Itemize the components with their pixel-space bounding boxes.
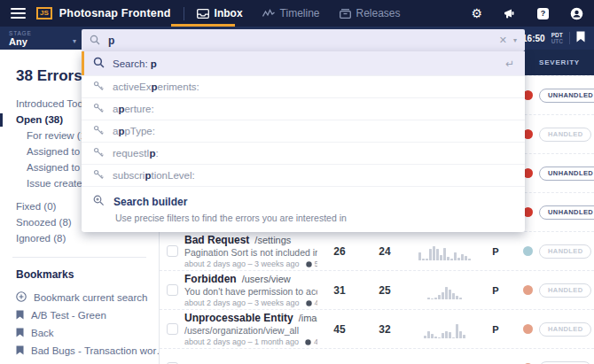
events-count: 26 — [317, 245, 362, 258]
search-builder-title: Search builder — [113, 196, 187, 208]
trend-histogram — [408, 321, 482, 338]
comment-icon — [306, 261, 312, 267]
timezone-toggle[interactable]: PDT UTC — [551, 32, 563, 44]
bookmark-item[interactable]: Bad Bugs - Transaction wor… — [0, 342, 159, 360]
error-row[interactable]: Bad Request /settings Pagination Sort is… — [160, 231, 594, 270]
stage-badge: P — [482, 324, 509, 335]
app-logo: JS — [36, 7, 52, 19]
search-suggestion-selected[interactable]: Search: p ↵ — [82, 51, 525, 75]
users-count: 24 — [362, 245, 408, 258]
error-subtitle: /users/organization/view_all — [184, 325, 317, 336]
search-builder-icon — [93, 194, 105, 210]
tab-inbox[interactable]: Inbox — [197, 7, 243, 19]
search-suggestion-field[interactable]: aperture: — [82, 97, 525, 120]
error-title[interactable]: Bad Request — [184, 234, 249, 246]
bookmark-item[interactable]: Back — [0, 324, 159, 342]
error-subtitle: Pagination Sort is not included in the … — [184, 247, 317, 258]
settings-gear-icon[interactable]: ⚙ — [471, 7, 482, 19]
tab-releases-label: Releases — [356, 7, 401, 19]
error-row[interactable]: Unprocessable Entity /image/… /users/org… — [160, 309, 594, 348]
severity-badge: HANDLED — [539, 322, 591, 337]
bookmark-icon[interactable] — [576, 30, 585, 46]
trend-histogram — [408, 243, 482, 260]
timeline-icon — [262, 9, 275, 18]
help-icon[interactable]: ? — [537, 8, 549, 19]
stage-badge: P — [482, 246, 509, 257]
search-input[interactable] — [106, 34, 493, 48]
row-checkbox[interactable] — [167, 245, 178, 257]
users-count: 25 — [362, 284, 408, 297]
row-checkbox[interactable] — [167, 284, 178, 296]
stage-select[interactable]: STAGE Any ▾ — [0, 30, 85, 47]
search-builder-item[interactable]: Search builder Use precise filters to fi… — [82, 186, 525, 232]
comment-icon — [306, 300, 312, 306]
bookmark-icon — [16, 345, 24, 357]
tab-timeline-label: Timeline — [280, 7, 320, 19]
comments-count: 4 com… — [315, 298, 317, 307]
search-builder-subtitle: Use precise filters to find the errors y… — [115, 213, 514, 223]
severity-dot — [523, 246, 533, 256]
app-title: Photosnap Frontend — [59, 7, 171, 19]
severity-badge: HANDLED — [539, 283, 591, 298]
stage-label: STAGE — [9, 30, 76, 36]
severity-badge: UNHANDLED — [539, 167, 594, 181]
bookmark-current-search-button[interactable]: Bookmark current search — [0, 288, 159, 306]
stage-value: Any — [9, 36, 27, 47]
severity-dot — [523, 285, 533, 295]
error-path: /settings — [254, 235, 291, 245]
releases-icon — [340, 9, 351, 19]
severity-badge: HANDLED — [539, 244, 591, 259]
tab-inbox-label: Inbox — [215, 7, 243, 19]
error-path: /users/view — [242, 274, 291, 284]
events-count: 45 — [317, 323, 362, 336]
chevron-down-icon[interactable]: ▾ — [513, 36, 517, 44]
chevron-down-icon: ▾ — [73, 37, 76, 45]
bookmark-icon — [16, 328, 24, 339]
bookmark-icon — [16, 310, 24, 321]
sidebar-item-ignored[interactable]: Ignored (8) — [0, 230, 159, 246]
search-icon — [93, 56, 105, 72]
comment-icon — [305, 339, 311, 345]
row-checkbox[interactable] — [167, 323, 178, 335]
error-meta: about 2 days ago – 3 weeks ago 4 com… — [184, 298, 317, 307]
key-icon — [93, 123, 104, 139]
search-icon — [90, 33, 100, 49]
enter-key-icon: ↵ — [505, 58, 514, 70]
trend-histogram — [408, 282, 482, 299]
tab-timeline[interactable]: Timeline — [262, 7, 320, 19]
tab-releases[interactable]: Releases — [340, 7, 401, 19]
time-display: 16:50 PDT UTC — [522, 27, 585, 50]
search-suggestion-field[interactable]: subscriptionLevel: — [82, 164, 525, 186]
search-suggestion-field[interactable]: activeExperiments: — [82, 75, 525, 97]
events-count: 31 — [317, 284, 362, 297]
error-meta: about 2 days ago – 1 month ago 4 co… — [184, 337, 317, 346]
announcements-megaphone-icon[interactable] — [504, 8, 516, 19]
account-icon[interactable] — [570, 7, 583, 20]
error-row[interactable]: Error album/history HANDLED — [160, 348, 594, 364]
bookmark-item[interactable]: A/B Test - Green — [0, 306, 159, 324]
severity-badge: HANDLED — [539, 128, 591, 142]
error-title[interactable]: Forbidden — [184, 273, 237, 285]
key-icon — [93, 167, 104, 183]
hamburger-menu-icon[interactable] — [11, 8, 26, 19]
clear-search-icon[interactable]: ✕ — [499, 35, 507, 46]
bookmarks-heading: Bookmarks — [0, 267, 159, 288]
app-window: JS Photosnap Frontend Inbox Timeline Rel… — [0, 0, 594, 364]
search-field[interactable]: ✕ ▾ — [82, 29, 525, 51]
search-suggestion-field[interactable]: appType: — [82, 120, 525, 142]
severity-badge: UNHANDLED — [539, 205, 594, 220]
error-row[interactable]: Forbidden /users/view You don't have per… — [160, 270, 594, 309]
clock-time: 16:50 — [522, 34, 545, 43]
stage-badge: P — [482, 285, 509, 296]
severity-badge: UNHANDLED — [539, 89, 594, 103]
error-title[interactable]: Unprocessable Entity — [184, 312, 293, 324]
users-count: 32 — [362, 323, 408, 336]
search-suggestions-panel: Search: p ↵ activeExperiments: aperture:… — [82, 51, 525, 232]
circle-plus-icon — [16, 291, 27, 304]
key-icon — [93, 145, 104, 161]
comments-count: 4 co… — [314, 337, 317, 346]
severity-dot — [523, 324, 533, 334]
severity-column-header: SEVERITY — [539, 58, 594, 66]
key-icon — [93, 101, 104, 117]
search-suggestion-field[interactable]: requestIp: — [82, 142, 525, 164]
